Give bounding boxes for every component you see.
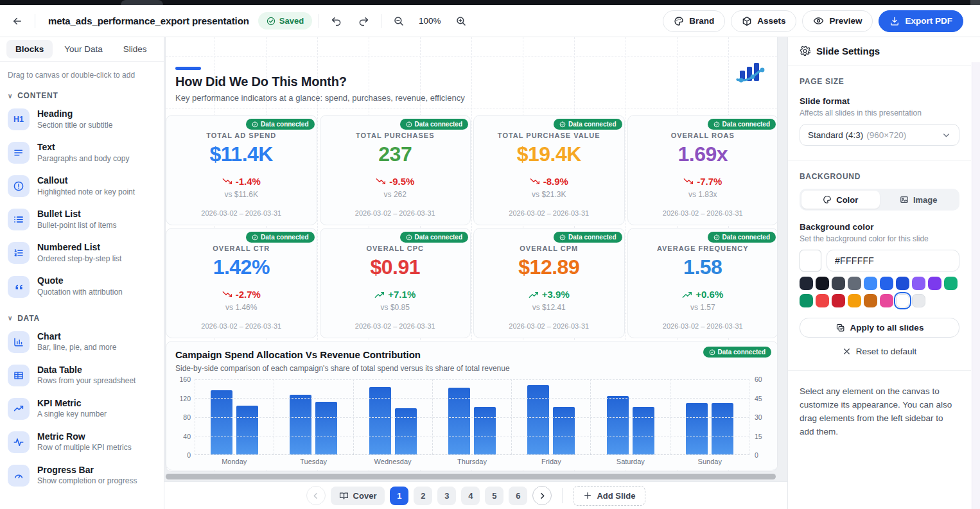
slide-page-2[interactable]: 2 xyxy=(414,487,432,505)
color-swatch[interactable] xyxy=(864,277,877,290)
revenue-bar[interactable] xyxy=(712,403,733,454)
revenue-bar[interactable] xyxy=(315,402,337,454)
document-title[interactable]: meta_ads_performance_export presentation xyxy=(48,15,249,26)
block-item-quote[interactable]: QuoteQuotation with attribution xyxy=(0,270,164,303)
slide-page-4[interactable]: 4 xyxy=(461,487,480,505)
color-swatch[interactable] xyxy=(816,294,829,307)
spend-bar[interactable] xyxy=(527,385,549,454)
block-item-numbered-list[interactable]: Numbered ListOrdered step-by-step list xyxy=(0,236,164,270)
chart-block[interactable]: Data connected Campaign Spend Allocation… xyxy=(166,341,778,470)
slide-page-3[interactable]: 3 xyxy=(437,487,456,505)
zoom-out-button[interactable] xyxy=(388,10,410,32)
color-swatch[interactable] xyxy=(896,294,909,307)
block-item-chart[interactable]: ChartBar, line, pie, and more xyxy=(0,325,164,359)
color-swatch[interactable] xyxy=(832,277,845,290)
color-swatch-grid xyxy=(800,277,959,307)
slide-page-6[interactable]: 6 xyxy=(509,487,527,505)
block-item-progress-bar[interactable]: Progress BarShow completion or progress xyxy=(0,459,164,492)
color-swatch[interactable] xyxy=(912,294,925,307)
add-slide-button[interactable]: Add Slide xyxy=(573,486,645,506)
color-swatch[interactable] xyxy=(800,294,813,307)
editor-canvas[interactable]: How Did We Do This Month? Key performanc… xyxy=(164,37,787,481)
revenue-bar[interactable] xyxy=(633,407,654,454)
revenue-bar[interactable] xyxy=(236,406,258,454)
y-tick-label: 80 xyxy=(183,413,191,421)
kpi-card-overall-ctr[interactable]: Data connectedOVERALL CTR1.42%-2.7%vs 1.… xyxy=(166,228,317,338)
slide-page-5[interactable]: 5 xyxy=(485,487,503,505)
sidebar-tab-blocks[interactable]: Blocks xyxy=(6,40,53,58)
slide-format-select[interactable]: Standard (4:3) (960×720) xyxy=(800,124,959,146)
back-button[interactable] xyxy=(6,10,28,32)
data-connected-badge: Data connected xyxy=(708,119,776,130)
group-header-data[interactable]: ∨DATA xyxy=(0,304,164,325)
color-swatch[interactable] xyxy=(912,277,925,290)
revenue-bar[interactable] xyxy=(553,407,575,454)
spend-bar[interactable] xyxy=(607,396,629,454)
color-tab[interactable]: Color xyxy=(801,191,880,209)
color-swatch[interactable] xyxy=(880,277,893,290)
color-swatch[interactable] xyxy=(928,277,941,290)
apply-to-all-slides-button[interactable]: Apply to all slides xyxy=(800,318,959,338)
block-item-data-table[interactable]: Data TableRows from your spreadsheet xyxy=(0,359,164,392)
redo-button[interactable] xyxy=(353,10,374,32)
kpi-card-total-ad-spend[interactable]: Data connectedTOTAL AD SPEND$11.4K-1.4%v… xyxy=(166,115,317,225)
color-swatch[interactable] xyxy=(848,277,861,290)
slide-title[interactable]: How Did We Do This Month? xyxy=(175,74,347,89)
color-swatch[interactable] xyxy=(880,294,893,307)
color-swatch[interactable] xyxy=(944,277,958,290)
kpi-comparison: vs $21.3K xyxy=(532,190,566,199)
chart-subtitle: Side-by-side comparison of each campaign… xyxy=(175,364,769,373)
reset-to-default-button[interactable]: Reset to default xyxy=(800,347,959,356)
block-item-metric-row[interactable]: Metric RowRow of multiple KPI metrics xyxy=(0,426,164,459)
block-item-text[interactable]: TextParagraphs and body copy xyxy=(0,136,164,169)
callout-icon xyxy=(13,180,24,192)
block-item-title: Progress Bar xyxy=(37,465,137,476)
color-swatch[interactable] xyxy=(832,294,845,307)
group-header-content[interactable]: ∨CONTENT xyxy=(0,81,164,103)
revenue-bar[interactable] xyxy=(395,408,417,454)
color-swatch[interactable] xyxy=(848,294,861,307)
box-icon xyxy=(742,16,752,26)
image-tab[interactable]: Image xyxy=(880,191,958,209)
preview-button[interactable]: Preview xyxy=(802,10,873,32)
slide-subtitle[interactable]: Key performance indicators at a glance: … xyxy=(175,93,465,103)
spend-bar[interactable] xyxy=(686,403,708,454)
kpi-card-average-frequency[interactable]: Data connectedAVERAGE FREQUENCY1.58+0.6%… xyxy=(627,228,778,338)
color-swatch[interactable] xyxy=(816,277,829,290)
sidebar-tab-slides[interactable]: Slides xyxy=(114,40,156,58)
export-pdf-button[interactable]: Export PDF xyxy=(879,10,963,32)
hex-color-input[interactable] xyxy=(827,250,959,272)
block-item-bullet-list[interactable]: Bullet ListBullet-point list of items xyxy=(0,203,164,236)
sidebar-tabs: BlocksYour DataSlides xyxy=(0,37,164,62)
prev-slide-button[interactable] xyxy=(306,486,326,505)
undo-button[interactable] xyxy=(326,10,347,32)
assets-button[interactable]: Assets xyxy=(731,10,796,32)
color-swatch[interactable] xyxy=(864,294,877,307)
kpi-card-total-purchase-value[interactable]: Data connectedTOTAL PURCHASE VALUE$19.4K… xyxy=(473,115,625,225)
kpi-card-overall-cpc[interactable]: Data connectedOVERALL CPC$0.91+7.1%vs $0… xyxy=(320,228,471,338)
spend-bar[interactable] xyxy=(290,395,311,454)
block-item-heading[interactable]: H1HeadingSection title or subtitle xyxy=(0,103,164,136)
cover-slide-button[interactable]: Cover xyxy=(331,487,385,505)
next-slide-button[interactable] xyxy=(532,486,552,505)
kpi-card-total-purchases[interactable]: Data connectedTOTAL PURCHASES237-9.5%vs … xyxy=(320,115,471,225)
current-color-swatch[interactable] xyxy=(800,250,821,272)
horizontal-scrollbar[interactable] xyxy=(166,474,776,479)
kpi-card-overall-cpm[interactable]: Data connectedOVERALL CPM$12.89+3.9%vs $… xyxy=(473,228,625,338)
revenue-bar[interactable] xyxy=(474,407,496,454)
check-circle-icon xyxy=(406,121,412,128)
zoom-in-button[interactable] xyxy=(450,10,472,32)
brand-button[interactable]: Brand xyxy=(663,10,725,32)
color-swatch[interactable] xyxy=(896,277,909,290)
data-connected-badge: Data connected xyxy=(400,232,468,243)
block-item-text: ChartBar, line, pie, and more xyxy=(37,331,116,353)
block-item-callout[interactable]: CalloutHighlighted note or key point xyxy=(0,169,164,203)
block-item-kpi-metric[interactable]: KPI MetricA single key number xyxy=(0,392,164,426)
slide[interactable]: How Did We Do This Month? Key performanc… xyxy=(165,37,778,472)
slide-page-1[interactable]: 1 xyxy=(390,487,408,505)
spend-bar[interactable] xyxy=(369,387,391,454)
spend-bar[interactable] xyxy=(211,390,232,454)
kpi-card-overall-roas[interactable]: Data connectedOVERALL ROAS1.69x-7.7%vs 1… xyxy=(627,115,778,225)
color-swatch[interactable] xyxy=(800,277,813,290)
sidebar-tab-your-data[interactable]: Your Data xyxy=(55,40,112,58)
